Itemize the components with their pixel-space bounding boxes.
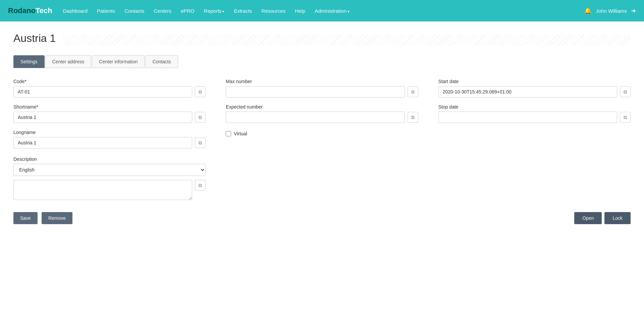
title-row: Austria 1: [13, 32, 631, 47]
virtual-label: Virtual: [234, 131, 247, 136]
nav-centers[interactable]: Centers: [154, 8, 171, 14]
virtual-checkbox[interactable]: [226, 131, 231, 136]
copy-icon-4: [199, 183, 202, 188]
copy-icon-8: [624, 115, 627, 120]
shortname-input-row: [13, 112, 206, 123]
description-textarea[interactable]: [13, 180, 192, 200]
form-column-2: Max number Expected number Virtual: [226, 79, 418, 200]
stop-date-copy-button[interactable]: [620, 112, 631, 123]
nav-administration[interactable]: Administration: [315, 8, 350, 14]
nav-help[interactable]: Help: [295, 8, 305, 14]
expected-number-group: Expected number: [226, 104, 418, 123]
stop-date-label: Stop date: [438, 104, 631, 110]
expected-number-label: Expected number: [226, 104, 418, 110]
description-group: Description English French German Spanis…: [13, 156, 206, 200]
notification-icon[interactable]: 🔔: [584, 7, 592, 14]
copy-icon-6: [411, 115, 415, 120]
form-column-3: Start date Stop date: [438, 79, 631, 200]
tab-center-address[interactable]: Center address: [45, 55, 92, 68]
longname-input-row: [13, 137, 206, 148]
longname-label: Longname: [13, 130, 206, 135]
copy-icon-3: [199, 140, 202, 146]
open-button[interactable]: Open: [574, 212, 602, 224]
code-input-row: [13, 86, 206, 97]
title-decoration: [62, 35, 631, 45]
max-number-input[interactable]: [226, 86, 405, 97]
max-number-label: Max number: [226, 79, 418, 84]
max-number-copy-button[interactable]: [408, 86, 418, 97]
nav-extracts[interactable]: Extracts: [234, 8, 252, 14]
logout-icon[interactable]: ➜: [631, 7, 636, 14]
virtual-group: Virtual: [226, 131, 418, 136]
start-date-label: Start date: [438, 79, 631, 84]
nav-right: 🔔 John Williams ➜: [584, 7, 636, 14]
nav-resources[interactable]: Resources: [262, 8, 286, 14]
action-right: Open Lock: [574, 212, 631, 224]
copy-icon-7: [624, 89, 627, 95]
start-date-group: Start date: [438, 79, 631, 97]
expected-number-input-row: [226, 112, 418, 123]
code-group: Code*: [13, 79, 206, 97]
action-left: Save Remove: [13, 212, 72, 224]
brand-logo[interactable]: RodanoTech: [8, 6, 52, 15]
code-input[interactable]: [13, 86, 192, 97]
tabs: Settings Center address Center informati…: [13, 55, 631, 68]
shortname-label: Shortname*: [13, 104, 206, 110]
form-column-1: Code* Shortname* Longname: [13, 79, 206, 200]
shortname-input[interactable]: [13, 112, 192, 123]
code-copy-button[interactable]: [195, 86, 206, 97]
remove-button[interactable]: Remove: [42, 212, 72, 224]
description-copy-button[interactable]: [195, 180, 206, 191]
copy-icon: [199, 89, 202, 95]
nav-epro[interactable]: ePRO: [181, 8, 195, 14]
expected-number-input[interactable]: [226, 112, 405, 123]
description-lang-select[interactable]: English French German Spanish: [13, 164, 206, 176]
longname-input[interactable]: [13, 137, 192, 148]
stop-date-input-row: [438, 112, 631, 123]
description-label: Description: [13, 156, 206, 162]
nav-links: Dashboard Patients Contacts Centers ePRO…: [63, 8, 585, 14]
longname-copy-button[interactable]: [195, 137, 206, 148]
tab-contacts[interactable]: Contacts: [145, 55, 178, 68]
form: Code* Shortname* Longname: [13, 79, 631, 200]
lock-button[interactable]: Lock: [604, 212, 631, 224]
nav-contacts[interactable]: Contacts: [124, 8, 144, 14]
shortname-copy-button[interactable]: [195, 112, 206, 123]
max-number-group: Max number: [226, 79, 418, 97]
stop-date-group: Stop date: [438, 104, 631, 123]
nav-dashboard[interactable]: Dashboard: [63, 8, 88, 14]
description-textarea-row: [13, 180, 206, 200]
expected-number-copy-button[interactable]: [408, 112, 418, 123]
start-date-copy-button[interactable]: [620, 86, 631, 97]
navigation: RodanoTech Dashboard Patients Contacts C…: [0, 0, 644, 21]
copy-icon-5: [411, 89, 415, 95]
max-number-input-row: [226, 86, 418, 97]
brand-part1: Rodano: [8, 6, 36, 15]
action-row: Save Remove Open Lock: [13, 212, 631, 224]
copy-icon-2: [199, 115, 202, 120]
page-title: Austria 1: [13, 32, 56, 45]
tab-center-information[interactable]: Center information: [92, 55, 145, 68]
shortname-group: Shortname*: [13, 104, 206, 123]
start-date-input[interactable]: [438, 86, 617, 97]
start-date-input-row: [438, 86, 631, 97]
code-label: Code*: [13, 79, 206, 84]
stop-date-input[interactable]: [438, 112, 617, 123]
nav-patients[interactable]: Patients: [97, 8, 115, 14]
page-content: Austria 1 Settings Center address Center…: [0, 21, 644, 327]
user-name: John Williams: [596, 8, 627, 14]
tab-settings[interactable]: Settings: [13, 55, 45, 68]
brand-part2: Tech: [36, 6, 52, 15]
nav-reports[interactable]: Reports: [204, 8, 225, 14]
save-button[interactable]: Save: [13, 212, 38, 224]
longname-group: Longname: [13, 130, 206, 148]
